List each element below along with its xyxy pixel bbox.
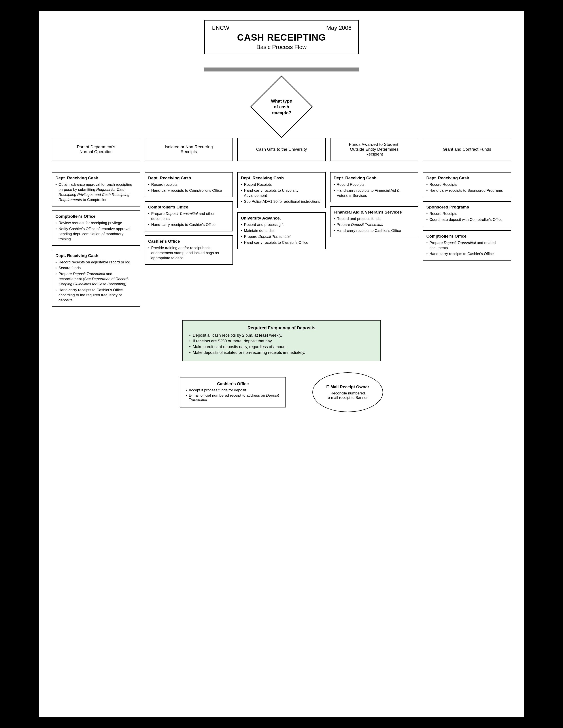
col4-box1-list: Record Receipts Hand-carry receipts to F…: [334, 182, 415, 198]
list-item: Record receipts: [148, 182, 229, 187]
col5-box2-list: Record Receipts Coordinate deposit with …: [426, 211, 508, 222]
col2-box3-list: Provide training and/or receipt book, en…: [148, 246, 229, 261]
list-item: Record Receipts: [426, 211, 508, 216]
col1-box1-title: Dept. Receiving Cash: [55, 176, 137, 180]
category-box-4: Funds Awarded to Student:Outside Entity …: [330, 138, 418, 161]
categories-row: Part of Department'sNormal Operation Iso…: [52, 138, 511, 161]
list-item: Hand-carry receipts to Cashier's Office: [241, 240, 322, 245]
col3-box1-list: Record Receipts Hand-carry receipts to U…: [241, 182, 322, 204]
col2-box2: Comptroller's Office Prepare Deposit Tra…: [145, 201, 233, 231]
list-item: Record Receipts: [241, 182, 322, 187]
list-item: Make deposits of isolated or non-recurri…: [189, 350, 374, 355]
list-item: Prepare Deposit Transmittal and other do…: [148, 211, 229, 221]
category-box-5: Grant and Contract Funds: [423, 138, 511, 161]
col1-box3: Dept. Receiving Cash Record receipts on …: [52, 250, 140, 307]
list-item: If receipts are $250 or more, deposit th…: [189, 339, 374, 343]
list-item: Maintain donor list: [241, 228, 322, 233]
list-item: Deposit all cash receipts by 2 p.m. at l…: [189, 333, 374, 338]
list-item: E-mail official numbered receipt to addr…: [186, 393, 280, 402]
col3-box2-title: University Advance.: [241, 216, 322, 221]
list-item: Record Receipts: [334, 182, 415, 187]
cashier-final-box: Cashier's Office Accept if process funds…: [180, 377, 286, 407]
list-item: Accept if process funds for deposit.: [186, 388, 280, 392]
process-col-1: Dept. Receiving Cash Obtain advance appr…: [52, 172, 140, 307]
list-item: Prepare Deposit Transmittal and reconcil…: [55, 272, 137, 287]
list-item: Prepare Deposit Transmittal: [241, 234, 322, 239]
list-item: Hand-carry receipts to Cashier's Office …: [55, 288, 137, 303]
process-col-4: Dept. Receiving Cash Record Receipts Han…: [330, 172, 418, 237]
header-box: UNCW May 2006 CASH RECEIPTING Basic Proc…: [204, 20, 359, 54]
list-item: Hand-carry receipts to University Advanc…: [241, 188, 322, 198]
col5-box1: Dept. Receiving Cash Record Receipts Han…: [423, 172, 511, 197]
process-col-2: Dept. Receiving Cash Record receipts Han…: [145, 172, 233, 265]
process-col-3: Dept. Receiving Cash Record Receipts Han…: [237, 172, 326, 249]
header-title: CASH RECEIPTING: [211, 32, 352, 43]
col2-box1: Dept. Receiving Cash Record receipts Han…: [145, 172, 233, 197]
list-item: Secure funds: [55, 266, 137, 271]
col5-box2: Sponsored Programs Record Receipts Coord…: [423, 201, 511, 226]
col3-box2: University Advance. Record and process g…: [237, 212, 326, 249]
diamond-container: What typeof cashreceipts?: [52, 85, 511, 129]
list-item: Record and process gift: [241, 222, 322, 227]
list-item: Hand-carry receipts to Cashier's Office: [334, 228, 415, 233]
cashier-final-title: Cashier's Office: [186, 381, 280, 386]
col4-box2: Financial Aid & Veteran's Services Recor…: [330, 206, 418, 237]
col1-box3-title: Dept. Receiving Cash: [55, 253, 137, 258]
list-item: Coordinate deposit with Comptroller's Of…: [426, 217, 508, 222]
col3-box1: Dept. Receiving Cash Record Receipts Han…: [237, 172, 326, 208]
col5-box3-title: Comptroller's Office: [426, 234, 508, 239]
category-box-2: Isolated or Non-RecurringReceipts: [145, 138, 233, 161]
list-item: Provide training and/or receipt book, en…: [148, 246, 229, 261]
cashier-final-list: Accept if process funds for deposit. E-m…: [186, 388, 280, 402]
process-col-5: Dept. Receiving Cash Record Receipts Han…: [423, 172, 511, 261]
process-area: Dept. Receiving Cash Obtain advance appr…: [52, 172, 511, 307]
col2-box2-title: Comptroller's Office: [148, 205, 229, 210]
col1-box2: Comptroller's Office Review request for …: [52, 210, 140, 246]
category-box-1: Part of Department'sNormal Operation: [52, 138, 140, 161]
list-item: Review request for receipting privilege: [55, 221, 137, 226]
email-receipt-oval: E-Mail Receipt Owner Reconcile numberede…: [313, 372, 383, 412]
bottom-row: Cashier's Office Accept if process funds…: [52, 372, 511, 412]
list-item: Record receipts on adjustable record or …: [55, 260, 137, 265]
col4-box1-title: Dept. Receiving Cash: [334, 176, 415, 180]
list-item: Make credit card deposits daily, regardl…: [189, 345, 374, 349]
header-top: UNCW May 2006: [211, 24, 352, 31]
list-item: Hand-carry receipts to Comptroller's Off…: [148, 188, 229, 193]
col4-box2-title: Financial Aid & Veteran's Services: [334, 210, 415, 215]
col2-box1-title: Dept. Receiving Cash: [148, 176, 229, 180]
col4-box1: Dept. Receiving Cash Record Receipts Han…: [330, 172, 418, 202]
col2-box3: Cashier's Office Provide training and/or…: [145, 235, 233, 265]
header-right: May 2006: [326, 24, 352, 31]
freq-box: Required Frequency of Deposits Deposit a…: [182, 320, 381, 361]
list-item: See Policy ADV1.30 for additional instru…: [241, 199, 322, 204]
list-item: Record and process funds: [334, 216, 415, 221]
col5-box1-list: Record Receipts Hand-carry receipts to S…: [426, 182, 508, 193]
col3-box2-list: Record and process gift Maintain donor l…: [241, 222, 322, 245]
col5-box1-title: Dept. Receiving Cash: [426, 176, 508, 180]
col1-box2-list: Review request for receipting privilege …: [55, 221, 137, 242]
list-item: Hand-carry receipts to Cashier's Office: [426, 251, 508, 257]
decision-diamond: What typeof cashreceipts?: [250, 76, 313, 138]
col4-box2-list: Record and process funds Prepare Deposit…: [334, 216, 415, 233]
col5-box3-list: Prepare Deposit Transmittal and related …: [426, 240, 508, 257]
list-item: Notify Cashier's Office of tentative app…: [55, 227, 137, 242]
list-item: Hand-carry receipts to Cashier's Office: [148, 222, 229, 227]
col1-box1: Dept. Receiving Cash Obtain advance appr…: [52, 172, 140, 206]
freq-title: Required Frequency of Deposits: [189, 325, 374, 330]
col5-box2-title: Sponsored Programs: [426, 205, 508, 210]
page: UNCW May 2006 CASH RECEIPTING Basic Proc…: [39, 11, 524, 717]
list-item: Record Receipts: [426, 182, 508, 187]
list-item: Hand-carry receipts to Sponsored Program…: [426, 188, 508, 193]
category-box-3: Cash Gifts to the University: [237, 138, 326, 161]
list-item: Prepare Deposit Transmittal and related …: [426, 240, 508, 251]
list-item: Obtain advance approval for each receipt…: [55, 182, 137, 203]
header-left: UNCW: [211, 24, 229, 31]
col5-box3: Comptroller's Office Prepare Deposit Tra…: [423, 230, 511, 261]
header-underline: [204, 68, 359, 71]
list-item: Prepare Deposit Transmittal: [334, 222, 415, 227]
col3-box1-title: Dept. Receiving Cash: [241, 176, 322, 180]
col1-box2-title: Comptroller's Office: [55, 214, 137, 219]
list-item: Hand-carry receipts to Financial Aid & V…: [334, 188, 415, 198]
col2-box1-list: Record receipts Hand-carry receipts to C…: [148, 182, 229, 193]
diamond-text: What typeof cashreceipts?: [267, 98, 296, 115]
